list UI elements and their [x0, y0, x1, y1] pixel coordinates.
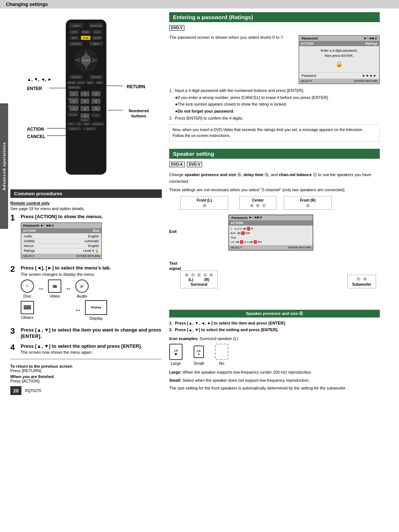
step-4-num: 4 [10, 343, 18, 351]
step-2-num: 2 [10, 265, 18, 273]
enter-label: ENTER [27, 86, 42, 91]
arrows-label: ▲, ▼, ◄, ► [27, 77, 52, 82]
password-section: Entering a password (Ratings) DVD-V The … [169, 12, 380, 141]
svg-text:ANGLE: ANGLE [97, 82, 102, 84]
screen-panasonic: Panasonic [23, 224, 40, 227]
svg-text:PLAY MODE: PLAY MODE [68, 82, 76, 84]
svg-text:SUBTITLE: SUBTITLE [77, 82, 84, 84]
speaker-presence-bar: Speaker presence and size ⓐ [169, 310, 380, 318]
svg-text:JP: JP [78, 123, 80, 125]
svg-text:SLOW: SLOW [83, 37, 89, 39]
footer-area: To return to the previous screen Press [… [10, 364, 162, 383]
svg-text:TOP MENU: TOP MENU [71, 43, 81, 45]
svg-text:9: 9 [95, 107, 97, 110]
step-3-num: 3 [10, 327, 18, 335]
svg-text:5: 5 [84, 100, 86, 103]
speaker-descriptions: Large: When the speaker supports low-fre… [169, 369, 380, 392]
svg-text:REPEAT MODE: REPEAT MODE [69, 87, 80, 89]
svg-text:2: 2 [84, 92, 86, 96]
speaker-section: Speaker setting DVD-A DVD-V Change speak… [169, 149, 380, 392]
step-3-text: Press [▲, ▼] to select the item you want… [21, 327, 162, 340]
svg-text:DISPLAY: DISPLAY [72, 76, 80, 78]
svg-text:+10: +10 [95, 115, 98, 117]
password-intro-row: The password screen is shown when you se… [169, 35, 380, 84]
subwoofer-label: ⓒ ⓐ Subwoofer [347, 275, 376, 288]
page-footer: 20 RQT6270 [10, 386, 162, 395]
icon-examples-label: Icon examples: Surround speaker (L) [169, 336, 380, 341]
password-note: Now, when you insert a DVD-Video that ex… [169, 124, 380, 141]
when-finished-label: When you are finished [10, 374, 54, 379]
icon-examples-row: LS Large LS Small No [169, 344, 380, 365]
step-4-sub: The screen now shows the menu again. [21, 350, 142, 354]
header-title: Changing settings [6, 1, 48, 7]
step-2-sub: The screen changes to display the menu. [21, 272, 111, 277]
svg-text:SKIP: SKIP [72, 37, 76, 39]
remote-illustration: ▲, ▼, ◄, ► ENTER ACTION CANCEL RETURN Nu… [20, 12, 153, 189]
when-finished-text: Press [ACTION]. [10, 379, 41, 383]
remote-body: POWER OPEN/CLOSE STOP PAUSE PLAY SKIP SL… [58, 16, 114, 179]
password-screen-mock: Panasonic ▶ □ ◀ ◉ ◎ ACTION Ratings Enter… [299, 35, 380, 84]
svg-text:ENTER: ENTER [82, 59, 90, 62]
svg-text:RETURN: RETURN [92, 76, 100, 78]
svg-text:POWER: POWER [73, 25, 80, 27]
svg-text:6: 6 [95, 100, 97, 103]
surround-label: ⓐ ⓒ ⓑ ⓒ ⓐ (L) (R) Surround [180, 271, 218, 288]
common-procedures-section: Common procedures Remote control only Se… [10, 189, 162, 354]
svg-text:GRC: GRC [70, 123, 73, 125]
side-tab-label: Advanced operations [2, 142, 6, 191]
svg-text:SEARCH: SEARCH [93, 37, 101, 39]
cancel-label: CANCEL [27, 134, 45, 139]
to-return-text: Press [RETURN]. [10, 368, 42, 373]
svg-text:MENU: MENU [93, 43, 99, 45]
dvd-v-badge-speaker: DVD-V [187, 162, 202, 167]
icon-small: LS Small [194, 346, 204, 365]
speaker-press-steps: 1. Press [▲, ▼, ◄, ►] to select the item… [169, 320, 380, 333]
step-2-text: Press [◄], [►] to select the menu's tab. [21, 265, 111, 271]
svg-text:8: 8 [84, 107, 86, 110]
speaker-note2: These settings are not necessary when yo… [169, 187, 380, 193]
step-4: 4 Press [▲, ▼] to select the option and … [10, 343, 162, 355]
speaker-header: Speaker setting [169, 149, 380, 159]
right-column: Entering a password (Ratings) DVD-V The … [169, 12, 380, 395]
step-2: 2 Press [◄], [►] to select the menu's ta… [10, 265, 162, 323]
speaker-intro: Change speaker presence and size ⓐ, dela… [169, 172, 380, 185]
remote-only-text: See page 19 for menu and option details. [10, 206, 162, 211]
svg-text:1: 1 [73, 92, 75, 96]
svg-text:3: 3 [95, 92, 97, 96]
svg-text:CANCEL: CANCEL [82, 119, 88, 121]
svg-text:STOP: STOP [72, 31, 77, 33]
to-return-label: To return to the previous screen [10, 364, 72, 368]
svg-text:PLAY: PLAY [95, 31, 100, 33]
screen-action: ACTION [23, 229, 36, 233]
svg-text:AUDIO: AUDIO [88, 82, 93, 84]
action-label: ACTION [27, 127, 44, 132]
step1-screen: Panasonic ▶ □ ◀ ◉ ◎ ACTION Disc AudioEng… [21, 222, 103, 259]
svg-text:0: 0 [84, 114, 86, 118]
exit-label: Exit [169, 229, 177, 234]
svg-text:7: 7 [73, 107, 75, 110]
test-signal-label: Testsignal [169, 261, 181, 271]
step-1: 1 Press [ACTION] to show the menus. Pana… [10, 214, 162, 261]
password-intro: The password screen is shown when you se… [169, 35, 284, 40]
svg-text:OPEN/CLOSE: OPEN/CLOSE [90, 25, 102, 27]
icon-large: LS Large [169, 344, 183, 365]
svg-text:PAGE: PAGE [85, 123, 89, 125]
return-label: RETURN [127, 84, 145, 89]
svg-text:PAUSE: PAUSE [83, 31, 89, 33]
password-header: Entering a password (Ratings) [169, 12, 380, 22]
step-4-text: Press [▲, ▼] to select the option and pr… [21, 343, 142, 350]
svg-text:ACTION: ACTION [70, 114, 76, 116]
numbered-label: Numberedbuttons [129, 108, 149, 119]
dvd-v-badge-password: DVD-V [169, 25, 184, 31]
svg-text:HP/U.S.S.: HP/U.S.S. [71, 128, 78, 130]
step-3: 3 Press [▲, ▼] to select the item you wa… [10, 327, 162, 340]
remote-only-label: Remote control only [10, 201, 162, 205]
page-header: Changing settings [0, 0, 399, 8]
svg-text:4: 4 [73, 100, 75, 103]
speaker-screen-mock: Panasonic ▶ □ ◀ ◉ ◎ ACTION L m s C dB [228, 214, 313, 251]
screen-disc: Disc [93, 229, 100, 233]
icon-no: No [215, 344, 228, 365]
dvd-a-badge: DVD-A [169, 162, 185, 167]
common-procedures-header: Common procedures [10, 189, 162, 198]
step-1-text: Press [ACTION] to show the menus. [21, 214, 103, 220]
